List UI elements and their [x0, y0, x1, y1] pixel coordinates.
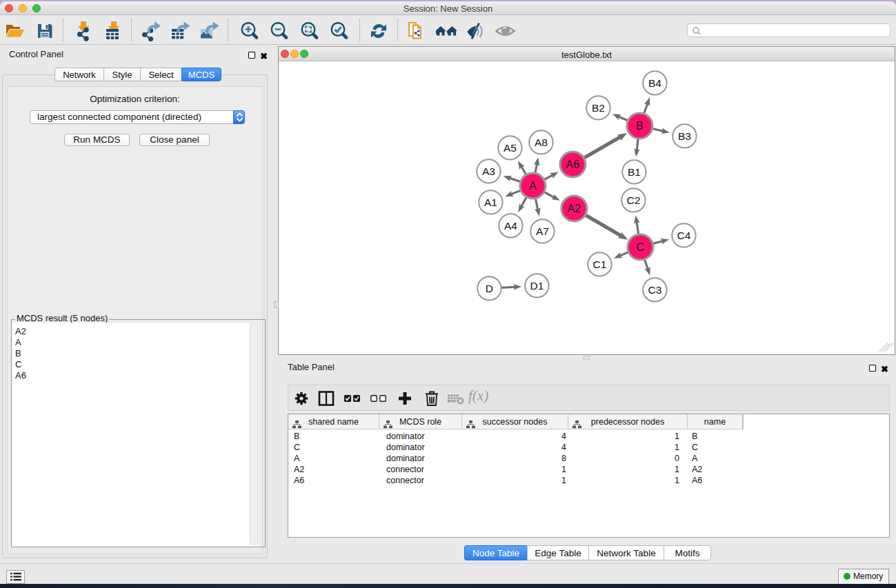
svg-text:C3: C3 — [648, 284, 661, 296]
svg-text:C4: C4 — [677, 230, 690, 241]
svg-text:B3: B3 — [678, 130, 691, 142]
svg-text:B4: B4 — [648, 77, 661, 89]
svg-text:A2: A2 — [568, 203, 581, 214]
svg-text:B2: B2 — [592, 102, 605, 114]
svg-text:A5: A5 — [504, 142, 517, 154]
svg-text:A1: A1 — [484, 196, 497, 208]
svg-text:A7: A7 — [536, 225, 549, 237]
svg-text:C1: C1 — [593, 258, 606, 270]
svg-text:C2: C2 — [626, 194, 640, 206]
svg-text:A: A — [529, 180, 537, 192]
svg-text:B: B — [636, 120, 644, 132]
svg-text:A8: A8 — [535, 136, 548, 148]
svg-text:A3: A3 — [482, 165, 495, 177]
svg-text:A4: A4 — [504, 220, 517, 232]
svg-text:D: D — [486, 283, 493, 294]
svg-text:A6: A6 — [566, 159, 580, 170]
svg-text:C: C — [637, 241, 645, 253]
svg-text:D1: D1 — [530, 280, 544, 292]
svg-text:B1: B1 — [628, 166, 641, 178]
